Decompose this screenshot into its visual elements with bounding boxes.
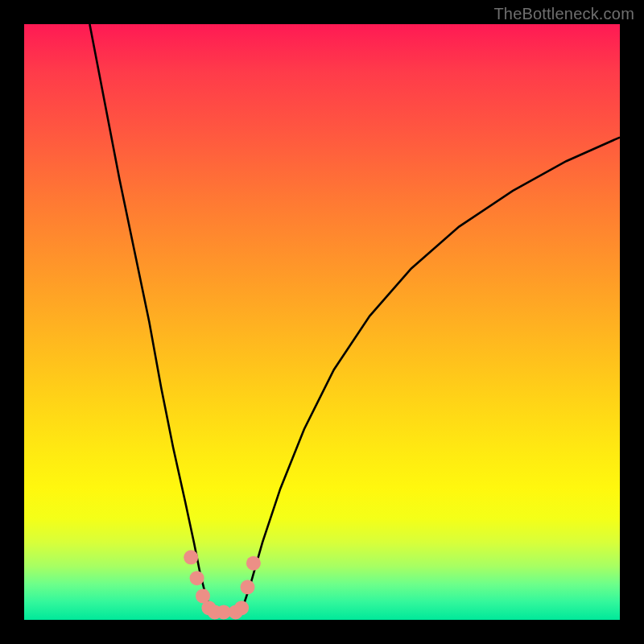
valley-marker (234, 601, 249, 615)
valley-marker (241, 580, 255, 594)
valley-marker (246, 556, 261, 571)
valley-marker (184, 550, 198, 564)
watermark-text: TheBottleneck.com (493, 5, 634, 23)
chart-frame: TheBottleneck.com (0, 0, 644, 644)
marker-group (184, 550, 261, 619)
curve-layer (24, 24, 620, 620)
plot-area (24, 24, 620, 620)
bottleneck-curve (89, 24, 620, 611)
valley-marker (190, 571, 204, 585)
